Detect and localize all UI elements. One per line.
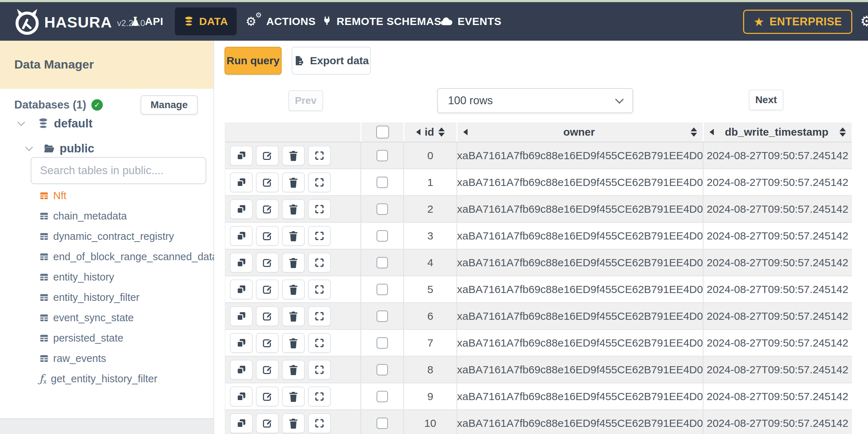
sidebar-table-item[interactable]: event_sync_state [0, 308, 213, 328]
clone-row-button[interactable] [230, 333, 253, 353]
row-checkbox[interactable] [377, 284, 388, 295]
search-tables-input[interactable] [31, 157, 206, 184]
clone-row-button[interactable] [230, 146, 253, 166]
tree-node-database[interactable]: default [19, 116, 92, 131]
sort-icon[interactable] [691, 127, 697, 137]
sidebar-table-item[interactable]: entity_history_filter [0, 287, 213, 308]
edit-row-button[interactable] [256, 279, 279, 299]
clone-row-button[interactable] [230, 306, 253, 326]
expand-row-button[interactable] [308, 387, 331, 407]
nav-item-actions[interactable]: ⚙⚙ ACTIONS [246, 2, 316, 41]
nav-item-events[interactable]: EVENTS [440, 2, 501, 41]
sort-icon[interactable] [438, 127, 445, 137]
settings-gear-icon[interactable]: ⚙ [860, 13, 868, 29]
delete-row-button[interactable] [282, 360, 305, 380]
row-checkbox[interactable] [377, 230, 388, 242]
next-page-button[interactable]: Next [749, 90, 783, 110]
cell-db-write-timestamp: 2024-08-27T09:50:57.245142 [703, 196, 852, 222]
tree-node-schema[interactable]: public [26, 141, 94, 156]
clone-row-button[interactable] [230, 387, 253, 407]
sidebar-footer [0, 418, 213, 434]
edit-row-button[interactable] [256, 387, 279, 407]
clone-row-button[interactable] [230, 279, 253, 299]
clone-row-button[interactable] [230, 253, 253, 273]
page-size-select[interactable]: 100 rows [437, 88, 633, 113]
run-query-button[interactable]: Run query [224, 47, 282, 75]
sidebar-table-item[interactable]: Nft [0, 186, 213, 206]
row-checkbox[interactable] [377, 203, 388, 215]
header-db-write-timestamp[interactable]: db_write_timestamp [703, 122, 852, 142]
row-checkbox[interactable] [377, 177, 388, 188]
expand-row-button[interactable] [308, 360, 331, 380]
cell-db-write-timestamp: 2024-08-27T09:50:57.245142 [703, 249, 852, 276]
nav-item-remote-schemas[interactable]: REMOTE SCHEMAS [322, 2, 441, 41]
edit-row-button[interactable] [256, 172, 279, 192]
prev-page-button[interactable]: Prev [288, 90, 323, 111]
expand-row-button[interactable] [308, 253, 331, 273]
edit-row-button[interactable] [256, 226, 279, 246]
manage-button[interactable]: Manage [141, 95, 198, 115]
export-data-button[interactable]: Export data [292, 47, 371, 75]
edit-row-button[interactable] [256, 413, 279, 433]
edit-row-button[interactable] [256, 146, 279, 166]
delete-row-button[interactable] [282, 413, 305, 433]
row-checkbox[interactable] [377, 311, 388, 322]
expand-row-button[interactable] [308, 333, 331, 353]
row-actions [225, 223, 360, 249]
delete-row-button[interactable] [282, 199, 305, 219]
clone-row-button[interactable] [230, 413, 253, 433]
row-checkbox[interactable] [377, 257, 388, 268]
delete-row-button[interactable] [282, 253, 305, 273]
collapse-column-icon[interactable] [416, 129, 420, 135]
edit-row-button[interactable] [256, 253, 279, 273]
clone-row-button[interactable] [230, 199, 253, 219]
row-checkbox[interactable] [377, 418, 388, 429]
enterprise-button[interactable]: ★ ENTERPRISE [743, 10, 852, 34]
collapse-column-icon[interactable] [710, 129, 714, 135]
header-id[interactable]: id [403, 122, 456, 142]
row-checkbox[interactable] [377, 150, 388, 161]
nav-item-api[interactable]: API [131, 2, 163, 41]
sidebar-table-item[interactable]: entity_history [0, 267, 213, 287]
row-checkbox[interactable] [377, 337, 388, 349]
header-owner[interactable]: owner [456, 122, 703, 142]
row-select-cell [360, 249, 403, 276]
edit-row-button[interactable] [256, 333, 279, 353]
chevron-down-icon[interactable] [25, 143, 33, 151]
edit-row-button[interactable] [256, 199, 279, 219]
gears-icon: ⚙⚙ [246, 14, 261, 29]
expand-row-button[interactable] [308, 199, 331, 219]
chevron-down-icon[interactable] [17, 118, 25, 126]
edit-row-button[interactable] [256, 360, 279, 380]
row-select-cell [360, 169, 403, 195]
select-all-checkbox[interactable] [376, 126, 389, 138]
clone-row-button[interactable] [230, 172, 253, 192]
delete-row-button[interactable] [282, 146, 305, 166]
delete-row-button[interactable] [282, 226, 305, 246]
expand-row-button[interactable] [308, 413, 331, 433]
nav-item-data[interactable]: DATA [175, 7, 237, 35]
sidebar-table-item[interactable]: end_of_block_range_scanned_data [0, 247, 213, 267]
sidebar-table-item[interactable]: chain_metadata [0, 206, 213, 226]
sidebar-table-item[interactable]: ƒx get_entity_history_filter [0, 369, 213, 389]
clone-row-button[interactable] [230, 360, 253, 380]
clone-row-button[interactable] [230, 226, 253, 246]
edit-row-button[interactable] [256, 306, 279, 326]
sort-icon[interactable] [839, 127, 846, 137]
sidebar-table-item[interactable]: persisted_state [0, 328, 213, 348]
expand-row-button[interactable] [308, 172, 331, 192]
expand-row-button[interactable] [308, 306, 331, 326]
collapse-column-icon[interactable] [463, 129, 468, 135]
row-checkbox[interactable] [377, 391, 388, 402]
delete-row-button[interactable] [282, 306, 305, 326]
expand-row-button[interactable] [308, 279, 331, 299]
delete-row-button[interactable] [282, 279, 305, 299]
expand-row-button[interactable] [308, 226, 331, 246]
sidebar-table-item[interactable]: dynamic_contract_registry [0, 226, 213, 247]
row-checkbox[interactable] [377, 364, 388, 375]
delete-row-button[interactable] [282, 387, 305, 407]
delete-row-button[interactable] [282, 172, 305, 192]
sidebar-table-item[interactable]: raw_events [0, 348, 213, 369]
expand-row-button[interactable] [308, 146, 331, 166]
delete-row-button[interactable] [282, 333, 305, 353]
